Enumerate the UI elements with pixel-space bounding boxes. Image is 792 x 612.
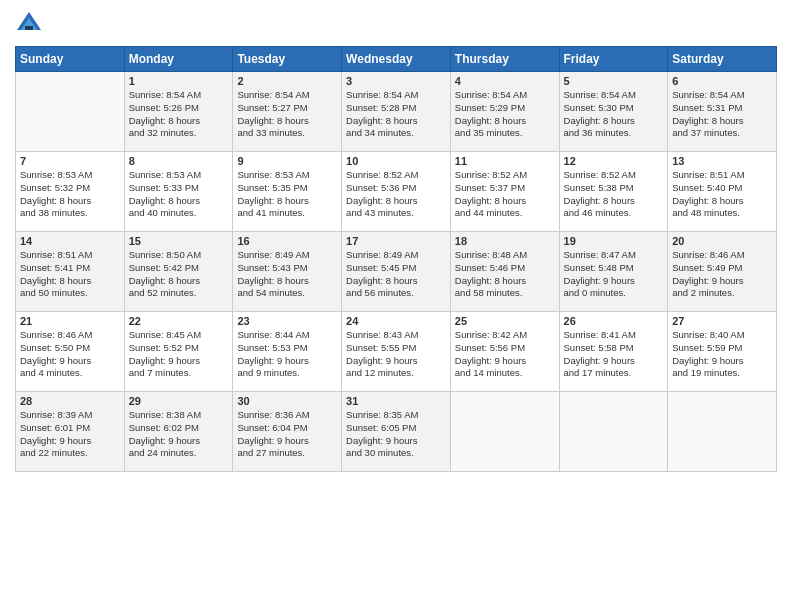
daylight-line2: and 22 minutes. [20, 447, 88, 458]
sunrise-text: Sunrise: 8:40 AM [672, 329, 744, 340]
day-number: 6 [672, 75, 772, 87]
day-cell: 9Sunrise: 8:53 AMSunset: 5:35 PMDaylight… [233, 152, 342, 232]
day-number: 5 [564, 75, 664, 87]
daylight-line2: and 54 minutes. [237, 287, 305, 298]
sunset-text: Sunset: 5:50 PM [20, 342, 90, 353]
day-cell: 19Sunrise: 8:47 AMSunset: 5:48 PMDayligh… [559, 232, 668, 312]
daylight-line1: Daylight: 9 hours [672, 275, 743, 286]
sunrise-text: Sunrise: 8:42 AM [455, 329, 527, 340]
day-cell: 27Sunrise: 8:40 AMSunset: 5:59 PMDayligh… [668, 312, 777, 392]
sunset-text: Sunset: 6:05 PM [346, 422, 416, 433]
week-row-3: 14Sunrise: 8:51 AMSunset: 5:41 PMDayligh… [16, 232, 777, 312]
daylight-line1: Daylight: 9 hours [455, 355, 526, 366]
day-info: Sunrise: 8:54 AMSunset: 5:26 PMDaylight:… [129, 89, 229, 140]
daylight-line2: and 12 minutes. [346, 367, 414, 378]
daylight-line2: and 7 minutes. [129, 367, 191, 378]
day-number: 26 [564, 315, 664, 327]
day-cell: 7Sunrise: 8:53 AMSunset: 5:32 PMDaylight… [16, 152, 125, 232]
daylight-line1: Daylight: 9 hours [564, 275, 635, 286]
day-info: Sunrise: 8:52 AMSunset: 5:37 PMDaylight:… [455, 169, 555, 220]
daylight-line2: and 48 minutes. [672, 207, 740, 218]
day-cell [16, 72, 125, 152]
day-cell: 28Sunrise: 8:39 AMSunset: 6:01 PMDayligh… [16, 392, 125, 472]
sunrise-text: Sunrise: 8:43 AM [346, 329, 418, 340]
sunrise-text: Sunrise: 8:41 AM [564, 329, 636, 340]
sunset-text: Sunset: 5:29 PM [455, 102, 525, 113]
daylight-line2: and 37 minutes. [672, 127, 740, 138]
sunset-text: Sunset: 5:56 PM [455, 342, 525, 353]
sunset-text: Sunset: 5:46 PM [455, 262, 525, 273]
day-info: Sunrise: 8:41 AMSunset: 5:58 PMDaylight:… [564, 329, 664, 380]
day-info: Sunrise: 8:47 AMSunset: 5:48 PMDaylight:… [564, 249, 664, 300]
sunset-text: Sunset: 5:40 PM [672, 182, 742, 193]
day-number: 7 [20, 155, 120, 167]
daylight-line1: Daylight: 9 hours [346, 435, 417, 446]
daylight-line2: and 36 minutes. [564, 127, 632, 138]
sunrise-text: Sunrise: 8:36 AM [237, 409, 309, 420]
sunset-text: Sunset: 5:27 PM [237, 102, 307, 113]
day-number: 16 [237, 235, 337, 247]
sunrise-text: Sunrise: 8:53 AM [20, 169, 92, 180]
sunrise-text: Sunrise: 8:50 AM [129, 249, 201, 260]
day-number: 24 [346, 315, 446, 327]
daylight-line2: and 50 minutes. [20, 287, 88, 298]
calendar-table: Sunday Monday Tuesday Wednesday Thursday… [15, 46, 777, 472]
daylight-line2: and 27 minutes. [237, 447, 305, 458]
logo-icon [15, 10, 43, 38]
sunrise-text: Sunrise: 8:35 AM [346, 409, 418, 420]
sunset-text: Sunset: 5:43 PM [237, 262, 307, 273]
day-info: Sunrise: 8:35 AMSunset: 6:05 PMDaylight:… [346, 409, 446, 460]
day-cell: 22Sunrise: 8:45 AMSunset: 5:52 PMDayligh… [124, 312, 233, 392]
day-info: Sunrise: 8:54 AMSunset: 5:29 PMDaylight:… [455, 89, 555, 140]
daylight-line1: Daylight: 8 hours [129, 115, 200, 126]
day-cell [450, 392, 559, 472]
day-cell: 15Sunrise: 8:50 AMSunset: 5:42 PMDayligh… [124, 232, 233, 312]
day-cell: 1Sunrise: 8:54 AMSunset: 5:26 PMDaylight… [124, 72, 233, 152]
day-number: 22 [129, 315, 229, 327]
week-row-1: 1Sunrise: 8:54 AMSunset: 5:26 PMDaylight… [16, 72, 777, 152]
day-info: Sunrise: 8:52 AMSunset: 5:36 PMDaylight:… [346, 169, 446, 220]
daylight-line2: and 35 minutes. [455, 127, 523, 138]
day-cell: 13Sunrise: 8:51 AMSunset: 5:40 PMDayligh… [668, 152, 777, 232]
day-number: 29 [129, 395, 229, 407]
sunrise-text: Sunrise: 8:47 AM [564, 249, 636, 260]
day-cell: 16Sunrise: 8:49 AMSunset: 5:43 PMDayligh… [233, 232, 342, 312]
day-info: Sunrise: 8:39 AMSunset: 6:01 PMDaylight:… [20, 409, 120, 460]
sunrise-text: Sunrise: 8:54 AM [455, 89, 527, 100]
day-number: 17 [346, 235, 446, 247]
sunset-text: Sunset: 5:35 PM [237, 182, 307, 193]
daylight-line1: Daylight: 8 hours [129, 195, 200, 206]
day-cell: 23Sunrise: 8:44 AMSunset: 5:53 PMDayligh… [233, 312, 342, 392]
sunset-text: Sunset: 5:42 PM [129, 262, 199, 273]
col-wednesday: Wednesday [342, 47, 451, 72]
day-number: 20 [672, 235, 772, 247]
sunset-text: Sunset: 5:58 PM [564, 342, 634, 353]
daylight-line2: and 46 minutes. [564, 207, 632, 218]
day-cell: 6Sunrise: 8:54 AMSunset: 5:31 PMDaylight… [668, 72, 777, 152]
day-number: 13 [672, 155, 772, 167]
day-cell: 3Sunrise: 8:54 AMSunset: 5:28 PMDaylight… [342, 72, 451, 152]
day-info: Sunrise: 8:53 AMSunset: 5:33 PMDaylight:… [129, 169, 229, 220]
sunrise-text: Sunrise: 8:52 AM [564, 169, 636, 180]
daylight-line1: Daylight: 8 hours [346, 275, 417, 286]
day-info: Sunrise: 8:44 AMSunset: 5:53 PMDaylight:… [237, 329, 337, 380]
week-row-4: 21Sunrise: 8:46 AMSunset: 5:50 PMDayligh… [16, 312, 777, 392]
day-info: Sunrise: 8:54 AMSunset: 5:30 PMDaylight:… [564, 89, 664, 140]
day-number: 28 [20, 395, 120, 407]
sunrise-text: Sunrise: 8:54 AM [346, 89, 418, 100]
day-info: Sunrise: 8:50 AMSunset: 5:42 PMDaylight:… [129, 249, 229, 300]
day-info: Sunrise: 8:43 AMSunset: 5:55 PMDaylight:… [346, 329, 446, 380]
sunrise-text: Sunrise: 8:52 AM [346, 169, 418, 180]
daylight-line1: Daylight: 8 hours [455, 115, 526, 126]
day-info: Sunrise: 8:48 AMSunset: 5:46 PMDaylight:… [455, 249, 555, 300]
daylight-line2: and 30 minutes. [346, 447, 414, 458]
day-info: Sunrise: 8:49 AMSunset: 5:43 PMDaylight:… [237, 249, 337, 300]
header [15, 10, 777, 38]
daylight-line1: Daylight: 9 hours [346, 355, 417, 366]
col-friday: Friday [559, 47, 668, 72]
daylight-line2: and 52 minutes. [129, 287, 197, 298]
sunrise-text: Sunrise: 8:53 AM [237, 169, 309, 180]
sunset-text: Sunset: 5:28 PM [346, 102, 416, 113]
sunrise-text: Sunrise: 8:48 AM [455, 249, 527, 260]
col-saturday: Saturday [668, 47, 777, 72]
